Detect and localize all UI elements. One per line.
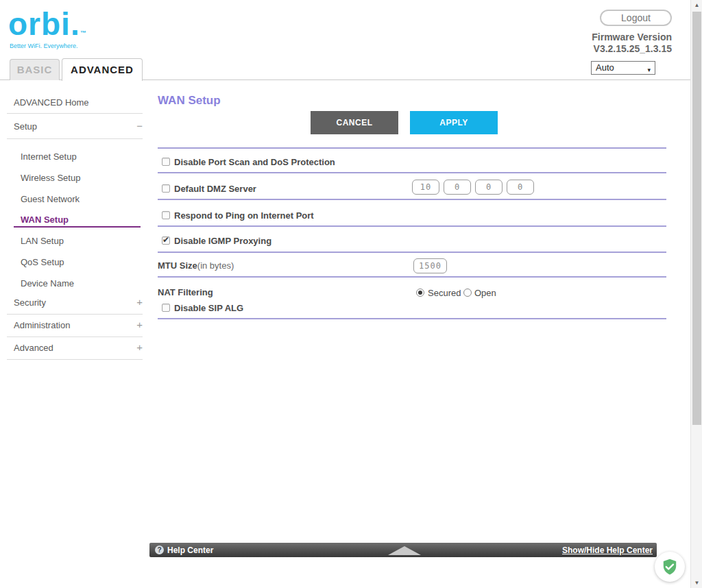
disable-sip-alg-checkbox[interactable] [162, 304, 170, 312]
collapse-icon[interactable]: − [136, 120, 143, 132]
chevron-down-icon: ▾ [647, 64, 651, 76]
active-item-underline [14, 226, 141, 228]
sidebar-item-wan-setup[interactable]: WAN Setup [21, 215, 143, 225]
orbi-logo: orbi.™ [8, 8, 87, 40]
sidebar-divider [7, 314, 143, 315]
logout-button[interactable]: Logout [600, 10, 672, 26]
security-shield-badge[interactable] [655, 552, 685, 582]
sidebar-item-guest-network[interactable]: Guest Network [21, 194, 143, 204]
disable-sip-alg-label: Disable SIP ALG [174, 303, 243, 313]
sidebar-item-setup-label: Setup [14, 121, 37, 132]
sidebar-item-lan-setup[interactable]: LAN Setup [21, 236, 143, 246]
dmz-ip-octet-3[interactable] [475, 180, 503, 195]
row-divider [158, 252, 666, 253]
scroll-down-icon[interactable]: ▼ [691, 580, 702, 586]
brand-tagline: Better WiFi. Everywhere. [10, 42, 78, 49]
sidebar-item-administration-label: Administration [14, 320, 70, 330]
disable-port-scan-label: Disable Port Scan and DoS Protection [174, 157, 335, 167]
expand-icon[interactable]: + [136, 296, 143, 308]
firmware-version-block: Firmware Version V3.2.15.25_1.3.15 [480, 32, 672, 55]
disable-igmp-label: Disable IGMP Proxying [174, 236, 271, 246]
nat-filtering-label: NAT Filtering [158, 287, 213, 297]
wan-setup-page: orbi.™ Better WiFi. Everywhere. Logout F… [0, 0, 702, 588]
mtu-size-input[interactable] [413, 258, 447, 273]
scroll-up-icon[interactable]: ▲ [691, 2, 702, 8]
collapse-triangle-icon[interactable] [388, 546, 421, 555]
tab-advanced[interactable]: ADVANCED [62, 58, 143, 81]
firmware-version-label: Firmware Version [480, 32, 672, 43]
apply-button[interactable]: APPLY [410, 111, 498, 134]
row-divider [158, 276, 666, 278]
mtu-size-label-suffix: (in bytes) [197, 260, 234, 271]
sidebar-divider [7, 336, 143, 337]
language-selected-value: Auto [596, 62, 614, 73]
expand-icon[interactable]: + [136, 319, 143, 330]
shield-check-icon [661, 558, 679, 576]
mtu-size-label: MTU Size(in bytes) [158, 260, 234, 271]
show-hide-help-link[interactable]: Show/Hide Help Center [562, 546, 653, 555]
disable-port-scan-checkbox[interactable] [162, 158, 170, 166]
sidebar-item-advanced[interactable]: Advanced + [14, 343, 143, 353]
expand-icon[interactable]: + [136, 341, 143, 353]
sidebar-divider [7, 138, 143, 139]
default-dmz-checkbox[interactable] [162, 184, 170, 193]
help-center-label: Help Center [167, 546, 213, 555]
section-divider [158, 147, 666, 149]
nat-open-radio[interactable] [463, 289, 472, 297]
sidebar-divider [7, 359, 143, 360]
dmz-ip-octet-2[interactable] [444, 180, 471, 195]
nat-open-label: Open [474, 288, 496, 298]
sidebar-item-security-label: Security [14, 297, 46, 308]
sidebar-item-administration[interactable]: Administration + [14, 320, 143, 330]
nat-secured-radio[interactable] [416, 289, 424, 297]
trademark-symbol: ™ [80, 29, 87, 36]
dmz-ip-octet-4[interactable] [507, 180, 534, 195]
sidebar-item-setup[interactable]: Setup − [14, 121, 143, 132]
row-divider [158, 172, 666, 173]
sidebar-item-qos-setup[interactable]: QoS Setup [21, 257, 143, 267]
scrollbar-thumb[interactable] [692, 12, 701, 425]
default-dmz-label: Default DMZ Server [174, 184, 256, 194]
nat-secured-label: Secured [428, 288, 461, 298]
sidebar-item-wireless-setup[interactable]: Wireless Setup [21, 173, 143, 183]
cancel-button[interactable]: CANCEL [311, 111, 398, 134]
sidebar-item-advanced-home[interactable]: ADVANCED Home [14, 97, 143, 108]
page-title: WAN Setup [158, 94, 221, 108]
row-divider [158, 318, 666, 319]
row-divider [158, 199, 666, 200]
row-divider [158, 225, 666, 227]
help-question-icon: ? [155, 546, 164, 554]
firmware-version-value: V3.2.15.25_1.3.15 [480, 43, 672, 55]
help-center-bar: ? Help Center Show/Hide Help Center [149, 543, 657, 557]
sidebar-item-security[interactable]: Security + [14, 297, 143, 308]
language-select[interactable]: Auto ▾ [591, 61, 655, 75]
sidebar-item-advanced-label: Advanced [14, 343, 53, 353]
respond-ping-checkbox[interactable] [162, 211, 170, 219]
sidebar-divider [7, 113, 143, 114]
sidebar-item-device-name[interactable]: Device Name [21, 278, 143, 289]
sidebar-item-internet-setup[interactable]: Internet Setup [21, 151, 143, 162]
dmz-ip-octet-1[interactable] [412, 180, 439, 195]
tab-basic[interactable]: BASIC [10, 59, 60, 80]
respond-ping-label: Respond to Ping on Internet Port [174, 210, 314, 221]
disable-igmp-checkbox[interactable] [162, 236, 170, 245]
orbi-logo-text: orbi. [8, 6, 80, 42]
vertical-scrollbar[interactable]: ▲ ▼ [690, 0, 702, 588]
mtu-size-label-bold: MTU Size [158, 260, 197, 271]
